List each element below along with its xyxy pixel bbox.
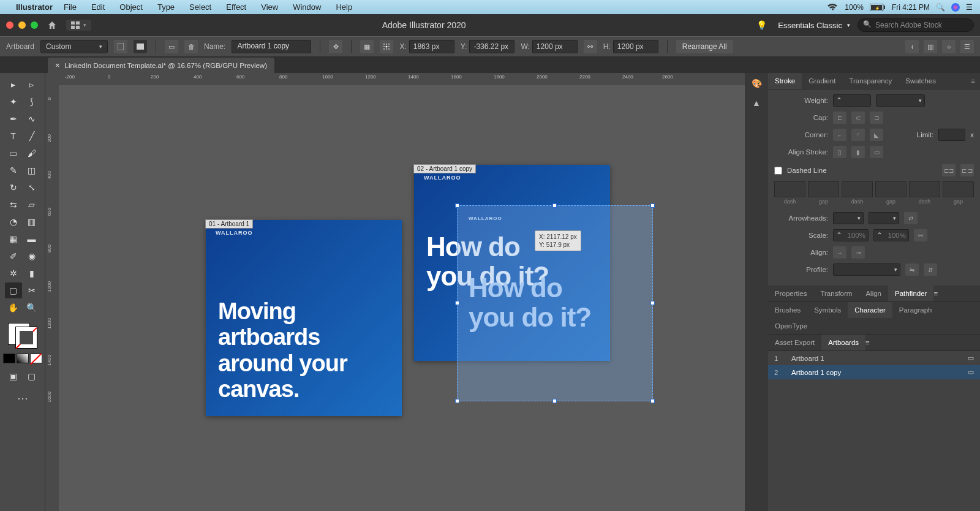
tab-properties[interactable]: Properties: [768, 286, 813, 301]
move-with-artboard-button[interactable]: ✥: [329, 40, 342, 53]
tab-brushes[interactable]: Brushes: [768, 302, 807, 318]
document-tab[interactable]: × LinkedIn Document Template.ai* @ 16.67…: [48, 58, 274, 73]
handle-tr[interactable]: [650, 203, 655, 208]
tab-transform[interactable]: Transform: [813, 286, 859, 301]
panel-menu-icon[interactable]: ☰: [960, 40, 974, 53]
rearrange-all-button[interactable]: Rearrange All: [676, 40, 733, 53]
tab-transparency[interactable]: Transparency: [842, 73, 899, 89]
lasso-tool[interactable]: ⟆: [23, 94, 40, 110]
mesh-tool[interactable]: ▦: [5, 231, 22, 247]
corner-bevel[interactable]: ◣: [870, 129, 883, 141]
handle-b[interactable]: [552, 399, 557, 403]
menu-type[interactable]: Type: [157, 2, 175, 12]
perspective-tool[interactable]: ▥: [23, 214, 40, 230]
tab-character[interactable]: Character: [848, 302, 892, 318]
align-center[interactable]: ▯: [833, 146, 846, 158]
app-name[interactable]: Illustrator: [16, 2, 53, 12]
align-outside[interactable]: ▭: [870, 146, 883, 158]
artboard-options-button[interactable]: ▦: [360, 40, 374, 53]
direct-selection-tool[interactable]: ▹: [23, 77, 40, 93]
swap-arrows[interactable]: ⇄: [904, 212, 918, 224]
gradient-mode-button[interactable]: [17, 354, 29, 363]
dash-preserve[interactable]: ⊏⊐: [942, 164, 956, 176]
tab-artboards[interactable]: Artboards: [821, 335, 865, 350]
dash-1[interactable]: [774, 181, 805, 197]
artboard-list-row[interactable]: 1 Artboard 1 ▭: [768, 351, 980, 365]
edit-toolbar-button[interactable]: ⋯: [17, 392, 28, 405]
free-transform-tool[interactable]: ▱: [23, 197, 40, 213]
flip-a[interactable]: ⇋: [905, 263, 919, 276]
gradient-tool[interactable]: ▬: [23, 231, 40, 247]
tab-paragraph[interactable]: Paragraph: [892, 302, 939, 318]
home-icon[interactable]: [47, 20, 58, 31]
arrow-end[interactable]: ▾: [869, 212, 899, 224]
discover-icon[interactable]: 💡: [756, 20, 767, 30]
scale-start[interactable]: ⌃100%: [833, 229, 869, 241]
eraser-tool[interactable]: ◫: [23, 162, 40, 178]
siri-icon[interactable]: [951, 3, 960, 12]
link-wh-button[interactable]: ⚯: [584, 40, 597, 53]
rotate-tool[interactable]: ↻: [5, 180, 22, 195]
dash-align[interactable]: ⊏ ⊐: [960, 164, 974, 176]
tab-asset-export[interactable]: Asset Export: [768, 335, 821, 350]
dashed-line-checkbox[interactable]: [774, 167, 782, 175]
limit-input[interactable]: [938, 129, 965, 141]
line-tool[interactable]: ╱: [23, 128, 40, 144]
shape-builder-tool[interactable]: ◔: [5, 214, 22, 230]
align-inside[interactable]: ▮: [851, 146, 865, 158]
corner-round[interactable]: ◜: [851, 129, 865, 141]
orientation-portrait-button[interactable]: [114, 40, 127, 53]
y-input[interactable]: -336.22 px: [469, 40, 514, 53]
symbol-sprayer-tool[interactable]: ✲: [5, 265, 22, 281]
doc-setup-icon[interactable]: ▥: [924, 40, 937, 53]
cap-proj[interactable]: ⊐: [870, 112, 883, 124]
flip-b[interactable]: ⇵: [924, 263, 937, 276]
type-tool[interactable]: T: [5, 128, 22, 144]
clock[interactable]: Fri 4:21 PM: [892, 3, 930, 12]
graph-tool[interactable]: ▮: [23, 265, 40, 281]
artboard-preset-dropdown[interactable]: Custom ▾: [40, 40, 108, 53]
change-screen-button[interactable]: ▢: [23, 368, 40, 384]
close-window-button[interactable]: [6, 21, 13, 29]
libraries-panel-icon[interactable]: ▲: [750, 96, 763, 110]
brush-tool[interactable]: 🖌: [23, 145, 40, 161]
tab-swatches[interactable]: Swatches: [899, 73, 943, 89]
handle-l[interactable]: [455, 301, 459, 305]
scale-end[interactable]: ⌃100%: [873, 229, 909, 241]
tab-gradient[interactable]: Gradient: [802, 73, 842, 89]
tab-symbols[interactable]: Symbols: [807, 302, 848, 318]
wifi-icon[interactable]: [827, 4, 837, 11]
control-center-icon[interactable]: ☰: [966, 3, 973, 12]
w-input[interactable]: 1200 px: [532, 40, 578, 53]
width-tool[interactable]: ⇆: [5, 197, 22, 213]
dash-3[interactable]: [909, 181, 940, 197]
arrow-align-tip[interactable]: →: [833, 246, 846, 259]
menu-file[interactable]: File: [64, 2, 77, 12]
handle-t[interactable]: [552, 203, 557, 208]
panel-menu-icon[interactable]: ≡: [865, 339, 870, 346]
reference-point-button[interactable]: [380, 40, 393, 53]
tab-opentype[interactable]: OpenType: [768, 318, 814, 334]
align-icon[interactable]: ⫞: [905, 40, 919, 53]
blend-tool[interactable]: ◉: [23, 248, 40, 264]
pen-tool[interactable]: ✒: [5, 111, 22, 127]
hand-tool[interactable]: ✋: [5, 300, 22, 316]
cap-butt[interactable]: ⊏: [833, 112, 846, 124]
dash-2[interactable]: [842, 181, 873, 197]
spotlight-icon[interactable]: 🔍: [936, 3, 945, 12]
cap-round[interactable]: ⊂: [851, 112, 865, 124]
handle-tl[interactable]: [455, 203, 459, 208]
handle-bl[interactable]: [455, 399, 459, 403]
link-scale[interactable]: ⚯: [914, 229, 927, 241]
tab-pathfinder[interactable]: Pathfinder: [888, 286, 933, 301]
artboard-options-icon[interactable]: ▭: [968, 368, 974, 376]
menu-object[interactable]: Object: [119, 2, 143, 12]
fullscreen-window-button[interactable]: [31, 21, 38, 29]
panel-menu-icon[interactable]: ≡: [933, 290, 938, 297]
gap-1[interactable]: [808, 181, 839, 197]
menu-edit[interactable]: Edit: [91, 2, 105, 12]
corner-miter[interactable]: ⌐: [833, 129, 846, 141]
shaper-tool[interactable]: ✎: [5, 162, 22, 178]
arrange-documents-dropdown[interactable]: ▾: [66, 20, 91, 31]
menu-select[interactable]: Select: [189, 2, 211, 12]
